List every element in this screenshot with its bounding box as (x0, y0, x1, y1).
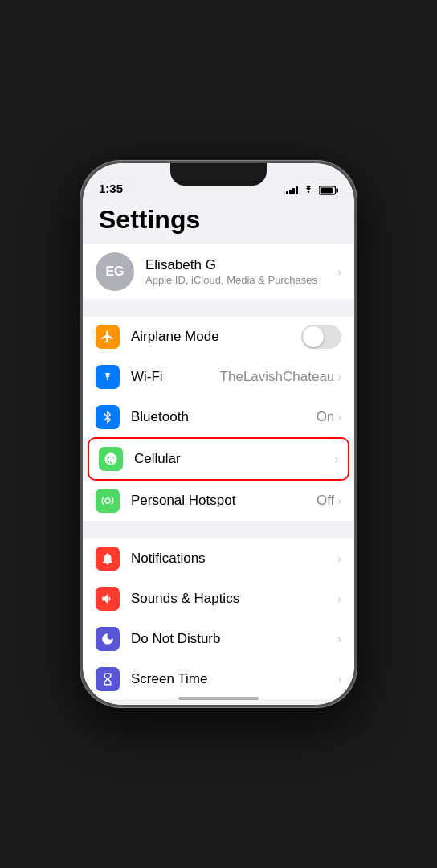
sounds-chevron: › (337, 592, 341, 605)
cellular-icon (104, 452, 118, 466)
home-indicator[interactable] (178, 697, 259, 700)
profile-section: EG Elisabeth G Apple ID, iCloud, Media &… (83, 244, 354, 299)
screen-time-label: Screen Time (131, 671, 337, 687)
airplane-mode-icon-wrap (96, 325, 120, 349)
bluetooth-value: On (317, 409, 335, 425)
profile-name: Elisabeth G (145, 257, 337, 273)
wifi-chevron: › (337, 371, 341, 383)
notifications-chevron: › (337, 552, 341, 565)
sounds-label: Sounds & Haptics (131, 591, 337, 607)
sounds-haptics-row[interactable]: Sounds & Haptics › (83, 579, 354, 619)
phone-screen: 1:35 (83, 163, 354, 705)
airplane-icon (100, 330, 115, 344)
hotspot-chevron: › (337, 494, 341, 507)
cellular-icon-wrap (99, 447, 123, 471)
sounds-icon-wrap (96, 587, 120, 611)
cellular-highlight-container: Cellular › (83, 437, 354, 481)
hotspot-group: Personal Hotspot Off › (83, 481, 354, 521)
hotspot-icon (100, 493, 115, 508)
sounds-icon (100, 592, 115, 606)
bluetooth-chevron: › (337, 411, 341, 424)
status-icons (286, 186, 338, 195)
notifications-group: Notifications › Sounds & Haptics › (83, 538, 354, 699)
profile-subtitle: Apple ID, iCloud, Media & Purchases (145, 274, 337, 286)
dnd-label: Do Not Disturb (131, 631, 337, 647)
notifications-icon (100, 551, 115, 566)
hotspot-icon-wrap (96, 489, 120, 513)
moon-icon (100, 632, 115, 646)
svg-rect-1 (336, 188, 338, 192)
screen-time-chevron: › (337, 673, 341, 686)
battery-status-icon (319, 186, 338, 195)
wifi-value: TheLavishChateau (220, 369, 335, 385)
personal-hotspot-row[interactable]: Personal Hotspot Off › (83, 481, 354, 521)
wifi-label: Wi-Fi (131, 369, 220, 385)
signal-icon (286, 186, 298, 194)
notifications-row[interactable]: Notifications › (83, 538, 354, 579)
phone-frame: 1:35 (80, 161, 357, 707)
wifi-status-icon (302, 186, 315, 195)
profile-info: Elisabeth G Apple ID, iCloud, Media & Pu… (145, 257, 337, 286)
connectivity-group: Airplane Mode (83, 317, 354, 521)
screen-time-row[interactable]: Screen Time › (83, 659, 354, 699)
profile-chevron: › (337, 265, 341, 278)
airplane-mode-row[interactable]: Airplane Mode (83, 317, 354, 357)
bluetooth-row[interactable]: Bluetooth On › (83, 397, 354, 437)
notifications-label: Notifications (131, 551, 337, 567)
cellular-chevron: › (334, 452, 338, 465)
page-title: Settings (99, 205, 338, 235)
notch (170, 163, 267, 186)
wifi-icon (100, 370, 115, 384)
dnd-chevron: › (337, 633, 341, 645)
hotspot-value: Off (317, 493, 334, 509)
hourglass-icon (100, 672, 115, 686)
bluetooth-icon (100, 410, 115, 424)
settings-screen: Settings EG Elisabeth G Apple ID, iCloud… (83, 199, 354, 705)
airplane-mode-label: Airplane Mode (131, 329, 301, 345)
dnd-icon-wrap (96, 627, 120, 651)
airplane-mode-toggle[interactable] (301, 325, 341, 349)
cellular-row[interactable]: Cellular › (89, 439, 348, 479)
screen-time-icon-wrap (96, 667, 120, 691)
avatar: EG (96, 252, 134, 291)
notifications-icon-wrap (96, 547, 120, 571)
page-title-area: Settings (83, 199, 354, 244)
profile-row[interactable]: EG Elisabeth G Apple ID, iCloud, Media &… (83, 244, 354, 299)
hotspot-label: Personal Hotspot (131, 493, 317, 509)
bluetooth-icon-wrap (96, 405, 120, 429)
status-time: 1:35 (99, 182, 123, 195)
wifi-icon-wrap (96, 365, 120, 389)
svg-rect-2 (321, 188, 333, 194)
wifi-row[interactable]: Wi-Fi TheLavishChateau › (83, 357, 354, 397)
bluetooth-label: Bluetooth (131, 409, 317, 425)
airplane-toggle-thumb (303, 326, 324, 347)
cellular-highlight: Cellular › (88, 437, 349, 481)
power-button[interactable] (354, 288, 357, 344)
do-not-disturb-row[interactable]: Do Not Disturb › (83, 619, 354, 659)
cellular-label: Cellular (134, 451, 334, 467)
